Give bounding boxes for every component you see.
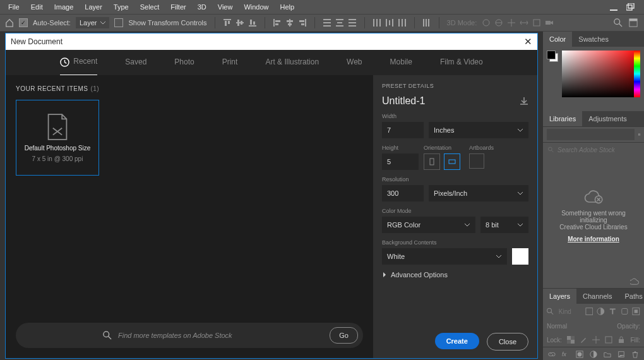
dist-right-icon[interactable] bbox=[398, 18, 407, 27]
filter-adjust-icon[interactable] bbox=[597, 307, 605, 316]
dialog-close-x[interactable]: ✕ bbox=[524, 36, 532, 47]
fx-icon[interactable]: fx bbox=[562, 350, 569, 359]
show-transform-checkbox[interactable] bbox=[114, 18, 123, 27]
align-hcenter-icon[interactable] bbox=[285, 18, 294, 27]
close-button[interactable]: Close bbox=[487, 333, 528, 351]
menu-select[interactable]: Select bbox=[134, 3, 165, 11]
width-unit-select[interactable]: Inches bbox=[429, 122, 528, 138]
lib-more-info-link[interactable]: More information bbox=[568, 236, 619, 243]
color-picker[interactable] bbox=[562, 51, 640, 97]
dist-top-icon[interactable] bbox=[323, 18, 331, 27]
create-button[interactable]: Create bbox=[435, 333, 479, 349]
auto-select-checkbox[interactable]: ✓ bbox=[19, 18, 28, 27]
menu-3d[interactable]: 3D bbox=[192, 3, 212, 11]
menu-help[interactable]: Help bbox=[275, 3, 301, 11]
grid-icon[interactable] bbox=[638, 130, 640, 139]
dist-bottom-icon[interactable] bbox=[348, 18, 357, 27]
new-fill-icon[interactable] bbox=[590, 350, 597, 359]
height-input[interactable]: 5 bbox=[382, 153, 419, 170]
recent-preset[interactable]: Default Photoshop Size 7 x 5 in @ 300 pp… bbox=[16, 100, 99, 176]
align-top-icon[interactable] bbox=[223, 18, 232, 27]
dialog-tab-mobile[interactable]: Mobile bbox=[390, 49, 412, 76]
minimize-icon[interactable] bbox=[610, 3, 617, 11]
dialog-tab-print[interactable]: Print bbox=[222, 49, 238, 76]
tab-adjustments[interactable]: Adjustments bbox=[582, 111, 633, 126]
menu-view[interactable]: View bbox=[212, 3, 239, 11]
filter-smart-icon[interactable] bbox=[632, 307, 640, 316]
width-input[interactable]: 7 bbox=[382, 122, 424, 138]
libraries-dropdown[interactable] bbox=[549, 131, 632, 139]
dialog-tab-recent[interactable]: Recent bbox=[60, 49, 97, 76]
align-right-icon[interactable] bbox=[298, 18, 307, 27]
resolution-input[interactable]: 300 bbox=[382, 185, 424, 201]
bg-contents-select[interactable]: White bbox=[382, 248, 507, 265]
lock-trans-icon[interactable] bbox=[567, 336, 575, 344]
restore-icon[interactable] bbox=[626, 3, 635, 11]
libraries-search-input[interactable] bbox=[556, 146, 639, 154]
trash-icon[interactable] bbox=[631, 350, 639, 359]
tab-layers[interactable]: Layers bbox=[543, 289, 576, 304]
blend-mode-select[interactable]: Normal bbox=[547, 323, 567, 330]
artboards-checkbox[interactable] bbox=[469, 153, 484, 169]
filter-shape-icon[interactable] bbox=[621, 307, 629, 316]
lock-all-icon[interactable] bbox=[617, 336, 625, 344]
dist-vcenter-icon[interactable] bbox=[335, 18, 344, 27]
group-icon[interactable] bbox=[604, 350, 611, 359]
search-icon[interactable] bbox=[614, 18, 623, 27]
camera-icon[interactable] bbox=[545, 18, 554, 27]
dialog-tab-saved[interactable]: Saved bbox=[125, 49, 146, 76]
document-name-input[interactable]: Untitled-1 bbox=[382, 95, 425, 107]
filter-pixel-icon[interactable] bbox=[585, 307, 593, 316]
slide-icon[interactable] bbox=[520, 18, 528, 27]
menu-image[interactable]: Image bbox=[49, 3, 80, 11]
menu-edit[interactable]: Edit bbox=[25, 3, 49, 11]
color-mode-select[interactable]: RGB Color bbox=[382, 217, 475, 233]
menu-file[interactable]: File bbox=[3, 3, 25, 11]
dialog-tab-art[interactable]: Art & Illustration bbox=[265, 49, 319, 76]
color-depth-select[interactable]: 8 bit bbox=[480, 217, 528, 233]
tab-libraries[interactable]: Libraries bbox=[543, 111, 582, 126]
filter-type-icon[interactable] bbox=[609, 307, 617, 316]
roll-icon[interactable] bbox=[494, 18, 503, 27]
dist-hcenter-icon[interactable] bbox=[385, 18, 394, 27]
cloud-refresh-icon[interactable] bbox=[630, 277, 639, 285]
orbit-icon[interactable] bbox=[482, 18, 491, 27]
tab-channels[interactable]: Channels bbox=[576, 289, 618, 304]
overflow-icon[interactable] bbox=[422, 18, 431, 27]
dialog-tab-film[interactable]: Film & Video bbox=[440, 49, 483, 76]
stock-go-button[interactable]: Go bbox=[330, 327, 358, 344]
mask-icon[interactable] bbox=[576, 350, 583, 359]
tab-paths[interactable]: Paths bbox=[619, 289, 644, 304]
tab-color[interactable]: Color bbox=[543, 32, 572, 47]
dialog-tab-web[interactable]: Web bbox=[347, 49, 362, 76]
new-layer-icon[interactable] bbox=[617, 350, 625, 359]
lock-artboard-icon[interactable] bbox=[605, 336, 612, 344]
align-left-icon[interactable] bbox=[273, 18, 282, 27]
dialog-tab-photo[interactable]: Photo bbox=[174, 49, 194, 76]
fg-bg-swatch[interactable] bbox=[547, 51, 558, 62]
menu-layer[interactable]: Layer bbox=[79, 3, 108, 11]
layers-kind-filter[interactable] bbox=[558, 308, 581, 316]
menu-window[interactable]: Window bbox=[238, 3, 274, 11]
pan-icon[interactable] bbox=[507, 18, 516, 27]
home-icon[interactable] bbox=[5, 18, 14, 27]
orientation-landscape[interactable] bbox=[444, 153, 460, 170]
link-icon[interactable] bbox=[548, 350, 556, 359]
lock-move-icon[interactable] bbox=[592, 336, 600, 344]
lock-brush-icon[interactable] bbox=[580, 336, 587, 344]
dist-left-icon[interactable] bbox=[373, 18, 381, 27]
align-vcenter-icon[interactable] bbox=[236, 18, 244, 27]
resolution-unit-select[interactable]: Pixels/Inch bbox=[429, 185, 528, 201]
auto-select-target[interactable]: Layer bbox=[76, 17, 110, 28]
tab-swatches[interactable]: Swatches bbox=[572, 32, 615, 47]
download-preset-icon[interactable] bbox=[520, 97, 528, 105]
workspace-icon[interactable] bbox=[629, 18, 638, 27]
scale-icon[interactable] bbox=[532, 18, 541, 27]
advanced-options-toggle[interactable]: Advanced Options bbox=[382, 271, 528, 279]
align-bottom-icon[interactable] bbox=[248, 18, 257, 27]
stock-search-placeholder[interactable]: Find more templates on Adobe Stock bbox=[118, 332, 232, 339]
bg-color-swatch[interactable] bbox=[512, 248, 528, 265]
menu-filter[interactable]: Filter bbox=[165, 3, 191, 11]
menu-type[interactable]: Type bbox=[108, 3, 134, 11]
orientation-portrait[interactable] bbox=[424, 153, 440, 170]
